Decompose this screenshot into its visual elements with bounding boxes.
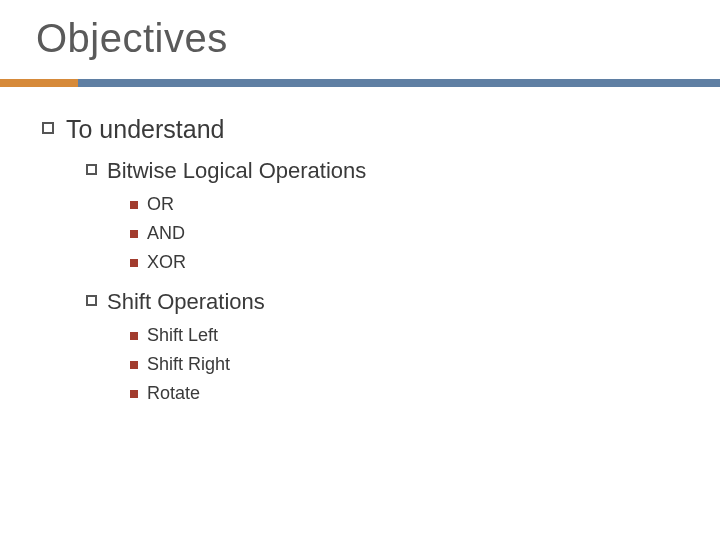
slide-content: To understand Bitwise Logical Operations… <box>36 115 684 404</box>
bullet-level2: Shift Operations <box>86 289 684 315</box>
bullet-level1: To understand <box>42 115 684 144</box>
bullet-level3: XOR <box>130 252 684 273</box>
filled-square-icon <box>130 230 138 238</box>
hollow-square-icon <box>42 122 54 134</box>
filled-square-icon <box>130 390 138 398</box>
slide-title: Objectives <box>36 16 684 61</box>
filled-square-icon <box>130 332 138 340</box>
title-rule <box>36 79 684 87</box>
bullet-level3: Shift Left <box>130 325 684 346</box>
hollow-square-icon <box>86 164 97 175</box>
bullet-text: To understand <box>66 115 224 144</box>
bullet-level2: Bitwise Logical Operations <box>86 158 684 184</box>
bullet-text: XOR <box>147 252 186 273</box>
filled-square-icon <box>130 361 138 369</box>
bullet-text: OR <box>147 194 174 215</box>
bullet-level3: AND <box>130 223 684 244</box>
bullet-level3: OR <box>130 194 684 215</box>
filled-square-icon <box>130 201 138 209</box>
bullet-text: Shift Left <box>147 325 218 346</box>
rule-accent <box>0 79 78 87</box>
bullet-text: Bitwise Logical Operations <box>107 158 366 184</box>
filled-square-icon <box>130 259 138 267</box>
rule-bar <box>0 79 720 87</box>
bullet-text: Shift Operations <box>107 289 265 315</box>
bullet-text: Rotate <box>147 383 200 404</box>
bullet-text: Shift Right <box>147 354 230 375</box>
bullet-level3: Shift Right <box>130 354 684 375</box>
slide: Objectives To understand Bitwise Logical… <box>0 0 720 540</box>
bullet-text: AND <box>147 223 185 244</box>
hollow-square-icon <box>86 295 97 306</box>
bullet-level3: Rotate <box>130 383 684 404</box>
